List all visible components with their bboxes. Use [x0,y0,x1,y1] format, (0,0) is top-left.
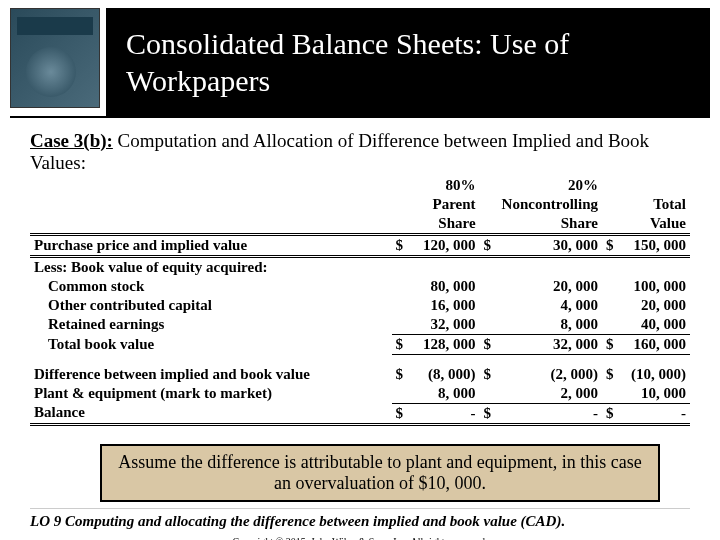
allocation-table: 80% 20% Parent Noncontrolling Total Shar… [30,176,690,428]
row-other-v3: 20, 000 [620,296,690,315]
row-diff-label: Difference between implied and book valu… [30,365,392,384]
row-plant-v3: 10, 000 [620,384,690,404]
row-totalbv-v2: 32, 000 [498,335,602,355]
row-other-label: Other contributed capital [30,296,392,315]
row-less-label: Less: Book value of equity acquired: [30,257,392,278]
copyright-text: Copyright © 2015. John Wiley & Sons, Inc… [0,536,720,541]
row-retained-v1: 32, 000 [410,315,480,335]
row-plant-v1: 8, 000 [410,384,480,404]
row-common-v1: 80, 000 [410,277,480,296]
col2-pct: 20% [498,176,602,195]
row-totalbv-v1: 128, 000 [410,335,480,355]
book-cover-image [10,8,100,108]
assumption-note: Assume the difference is attributable to… [100,444,660,502]
col1-pct: 80% [410,176,480,195]
row-balance-label: Balance [30,403,392,424]
col3-head-a: Total [620,195,690,214]
row-retained-label: Retained earnings [30,315,392,335]
col1-head-a: Parent [410,195,480,214]
case-text: Computation and Allocation of Difference… [30,130,649,173]
row-diff-v2: (2, 000) [498,365,602,384]
row-diff-v3: (10, 000) [620,365,690,384]
row-balance-v3: - [620,403,690,424]
row-retained-v2: 8, 000 [498,315,602,335]
col2-head-b: Share [498,214,602,235]
row-purchase-v3: 150, 000 [620,235,690,257]
row-plant-label: Plant & equipment (mark to market) [30,384,392,404]
row-common-v2: 20, 000 [498,277,602,296]
row-balance-v1: - [410,403,480,424]
row-plant-v2: 2, 000 [498,384,602,404]
row-totalbv-v3: 160, 000 [620,335,690,355]
slide-header: Consolidated Balance Sheets: Use of Work… [10,8,710,118]
col1-head-b: Share [410,214,480,235]
col2-head-a: Noncontrolling [498,195,602,214]
row-totalbv-label: Total book value [30,335,392,355]
row-common-v3: 100, 000 [620,277,690,296]
row-diff-v1: (8, 000) [410,365,480,384]
case-description: Case 3(b): Computation and Allocation of… [30,130,690,174]
learning-objective: LO 9 Computing and allocating the differ… [30,508,690,530]
row-other-v2: 4, 000 [498,296,602,315]
row-common-label: Common stock [30,277,392,296]
title-block: Consolidated Balance Sheets: Use of Work… [106,8,710,116]
row-purchase-v1: 120, 000 [410,235,480,257]
row-purchase-v2: 30, 000 [498,235,602,257]
case-label: Case 3(b): [30,130,113,151]
row-balance-v2: - [498,403,602,424]
slide-title: Consolidated Balance Sheets: Use of Work… [126,25,690,100]
col3-head-b: Value [620,214,690,235]
row-other-v1: 16, 000 [410,296,480,315]
row-purchase-label: Purchase price and implied value [30,235,392,257]
row-retained-v3: 40, 000 [620,315,690,335]
